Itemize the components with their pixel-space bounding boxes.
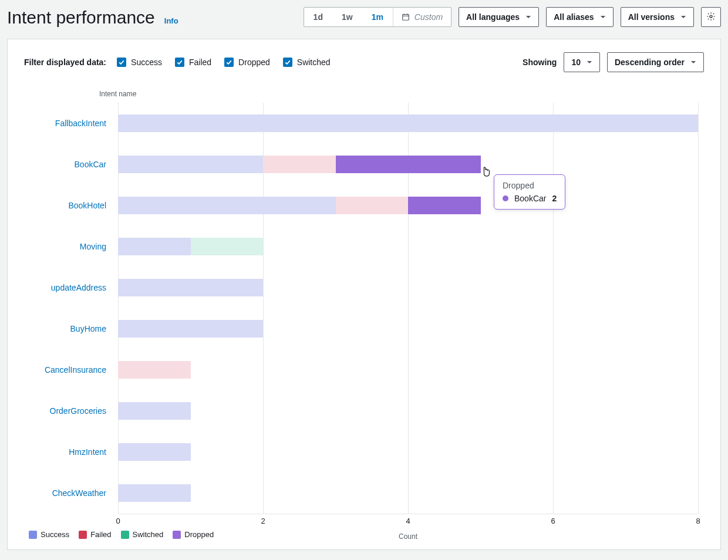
filter-dropped-label: Dropped	[238, 58, 270, 67]
chevron-down-icon	[690, 59, 696, 65]
filter-success[interactable]: Success	[117, 58, 162, 67]
intent-link[interactable]: HmzIntent	[18, 447, 112, 457]
bar-segment-success[interactable]	[118, 156, 263, 173]
bar[interactable]	[118, 361, 698, 379]
chart-row: HmzIntent	[118, 431, 698, 473]
intent-link[interactable]: CheckWeather	[18, 488, 112, 498]
bar[interactable]	[118, 197, 698, 214]
bar-segment-success[interactable]	[118, 279, 263, 296]
filter-dropped[interactable]: Dropped	[224, 58, 270, 67]
bar[interactable]	[118, 238, 698, 255]
legend: Success Failed Switched Dropped	[29, 530, 704, 539]
legend-failed[interactable]: Failed	[79, 530, 111, 539]
checkbox-checked-icon	[175, 58, 184, 67]
bar-segment-success[interactable]	[118, 484, 191, 502]
bar[interactable]	[118, 320, 698, 338]
legend-swatch-success	[29, 531, 37, 539]
bar[interactable]	[118, 156, 698, 173]
chart-row: BookCar	[118, 144, 698, 185]
svg-rect-0	[403, 15, 409, 21]
bar-segment-success[interactable]	[118, 238, 191, 255]
intent-link[interactable]: OrderGroceries	[18, 406, 112, 416]
time-range-1d[interactable]: 1d	[304, 8, 332, 26]
bar-segment-success[interactable]	[118, 402, 191, 420]
xaxis-tick: 2	[261, 517, 265, 525]
filter-failed[interactable]: Failed	[175, 58, 211, 67]
bar[interactable]	[118, 402, 698, 420]
checkbox-checked-icon	[283, 58, 292, 67]
bar-segment-success[interactable]	[118, 114, 698, 132]
legend-success[interactable]: Success	[29, 530, 69, 539]
checkbox-checked-icon	[224, 58, 234, 67]
bar-segment-dropped[interactable]	[408, 197, 481, 214]
chart-row: CheckWeather	[118, 473, 698, 514]
language-select[interactable]: All languages	[459, 7, 539, 27]
filter-success-label: Success	[131, 58, 162, 67]
legend-switched[interactable]: Switched	[121, 530, 164, 539]
bar[interactable]	[118, 114, 698, 132]
showing-select[interactable]: 10	[564, 52, 600, 72]
legend-swatch-failed	[79, 531, 87, 539]
intent-link[interactable]: BookHotel	[18, 201, 112, 210]
panel-toolbar: Filter displayed data: Success Failed Dr…	[24, 52, 704, 72]
filter-switched-label: Switched	[297, 58, 331, 67]
chevron-down-icon	[600, 14, 606, 20]
legend-dropped[interactable]: Dropped	[173, 530, 214, 539]
legend-failed-label: Failed	[90, 530, 111, 539]
chevron-down-icon	[587, 59, 592, 65]
alias-select[interactable]: All aliases	[546, 7, 614, 27]
chart-row: Moving	[118, 226, 698, 267]
bar[interactable]	[118, 484, 698, 502]
time-range-custom-label: Custom	[414, 12, 443, 22]
bar[interactable]	[118, 443, 698, 461]
filter-switched[interactable]: Switched	[283, 58, 331, 67]
version-select[interactable]: All versions	[621, 7, 694, 27]
intent-link[interactable]: FallbackIntent	[18, 119, 112, 128]
sort-select[interactable]: Descending order	[607, 52, 704, 72]
yaxis-title: Intent name	[99, 90, 704, 98]
bar-segment-failed[interactable]	[336, 197, 409, 214]
showing-label: Showing	[523, 58, 557, 67]
intent-link[interactable]: BookCar	[18, 160, 112, 169]
bar-segment-success[interactable]	[118, 197, 336, 214]
bar-segment-dropped[interactable]	[336, 156, 481, 173]
bar-segment-success[interactable]	[118, 320, 263, 338]
intent-link[interactable]: BuyHome	[18, 324, 112, 333]
intent-link[interactable]: Moving	[18, 242, 112, 251]
time-range-1w[interactable]: 1w	[332, 8, 362, 26]
bar-segment-switched[interactable]	[191, 238, 264, 255]
legend-dropped-label: Dropped	[184, 530, 214, 539]
page-title: Intent performance	[7, 8, 155, 27]
chart-row: CancelInsurance	[118, 349, 698, 390]
chevron-down-icon	[525, 14, 531, 20]
bar-segment-success[interactable]	[118, 443, 191, 461]
intent-link[interactable]: updateAddress	[18, 283, 112, 292]
chevron-down-icon	[680, 14, 686, 20]
sort-label: Descending order	[615, 58, 685, 67]
filter-failed-label: Failed	[189, 58, 211, 67]
info-link[interactable]: Info	[164, 16, 178, 25]
intent-link[interactable]: CancelInsurance	[18, 365, 112, 375]
svg-point-4	[710, 15, 712, 18]
version-select-label: All versions	[628, 12, 675, 22]
showing-value: 10	[571, 58, 581, 67]
time-range-selector: 1d 1w 1m Custom	[304, 7, 452, 27]
plot-area[interactable]: FallbackIntentBookCarBookHotelMovingupda…	[118, 103, 698, 514]
time-range-custom[interactable]: Custom	[393, 8, 451, 26]
language-select-label: All languages	[466, 12, 520, 22]
checkbox-checked-icon	[117, 58, 126, 67]
bar-segment-failed[interactable]	[263, 156, 336, 173]
bar-segment-failed[interactable]	[118, 361, 191, 379]
chart-row: BookHotel	[118, 185, 698, 226]
time-range-1m[interactable]: 1m	[362, 8, 393, 26]
legend-success-label: Success	[41, 530, 69, 539]
xaxis-tick: 4	[406, 517, 410, 525]
alias-select-label: All aliases	[554, 12, 594, 22]
chart-row: updateAddress	[118, 267, 698, 308]
xaxis: 02468	[118, 514, 698, 531]
settings-button[interactable]	[701, 7, 721, 27]
header: Intent performance Info 1d 1w 1m Custom …	[0, 0, 728, 27]
chart-row: BuyHome	[118, 308, 698, 349]
legend-swatch-dropped	[173, 531, 181, 539]
bar[interactable]	[118, 279, 698, 296]
